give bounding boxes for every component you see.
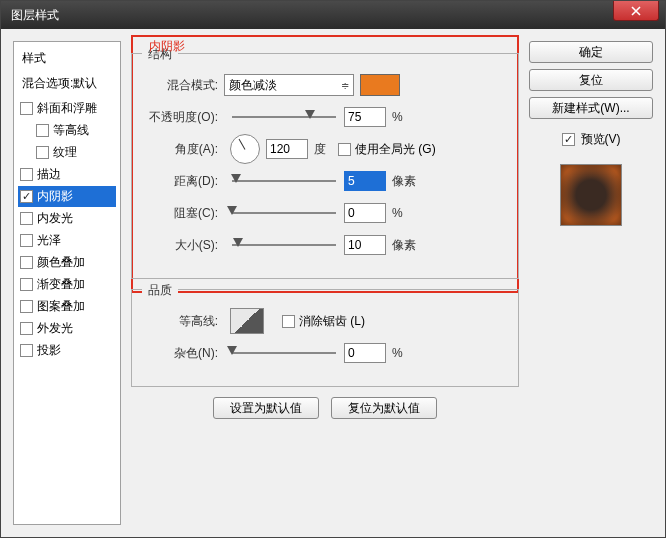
- checkbox-icon: [36, 146, 49, 159]
- sidebar-item-7[interactable]: 颜色叠加: [18, 252, 116, 273]
- styles-sidebar: 样式 混合选项:默认 斜面和浮雕等高线纹理描边内阴影内发光光泽颜色叠加渐变叠加图…: [13, 41, 121, 525]
- sidebar-item-10[interactable]: 外发光: [18, 318, 116, 339]
- titlebar: 图层样式: [1, 1, 665, 29]
- cancel-button[interactable]: 复位: [529, 69, 653, 91]
- opacity-label: 不透明度(O):: [142, 109, 224, 126]
- sidebar-blend-options[interactable]: 混合选项:默认: [18, 73, 116, 98]
- contour-picker[interactable]: [230, 308, 264, 334]
- choke-label: 阻塞(C):: [142, 205, 224, 222]
- sidebar-item-5[interactable]: 内发光: [18, 208, 116, 229]
- quality-legend: 品质: [142, 282, 178, 299]
- sidebar-item-8[interactable]: 渐变叠加: [18, 274, 116, 295]
- contour-label: 等高线:: [142, 313, 224, 330]
- sidebar-item-9[interactable]: 图案叠加: [18, 296, 116, 317]
- distance-unit: 像素: [392, 173, 416, 190]
- choke-unit: %: [392, 206, 403, 220]
- close-icon: [631, 6, 641, 16]
- choke-slider[interactable]: [232, 204, 336, 222]
- quality-fieldset: 品质 等高线: 消除锯齿 (L) 杂色(N): %: [131, 289, 519, 387]
- sidebar-item-label: 描边: [37, 166, 61, 183]
- angle-label: 角度(A):: [142, 141, 224, 158]
- layer-style-dialog: 图层样式 样式 混合选项:默认 斜面和浮雕等高线纹理描边内阴影内发光光泽颜色叠加…: [0, 0, 666, 538]
- sidebar-item-label: 外发光: [37, 320, 73, 337]
- blend-mode-select[interactable]: 颜色减淡 ≑: [224, 74, 354, 96]
- sidebar-item-6[interactable]: 光泽: [18, 230, 116, 251]
- new-style-button[interactable]: 新建样式(W)...: [529, 97, 653, 119]
- checkbox-icon: [338, 143, 351, 156]
- checkbox-icon: [562, 133, 575, 146]
- global-light-checkbox[interactable]: 使用全局光 (G): [338, 141, 436, 158]
- angle-input[interactable]: [266, 139, 308, 159]
- close-button[interactable]: [613, 1, 659, 21]
- opacity-input[interactable]: [344, 107, 386, 127]
- preview-thumbnail: [560, 164, 622, 226]
- size-input[interactable]: [344, 235, 386, 255]
- sidebar-item-2[interactable]: 纹理: [18, 142, 116, 163]
- right-column: 确定 复位 新建样式(W)... 预览(V): [529, 41, 653, 525]
- sidebar-item-label: 内发光: [37, 210, 73, 227]
- make-default-button[interactable]: 设置为默认值: [213, 397, 319, 419]
- checkbox-icon: [20, 300, 33, 313]
- choke-input[interactable]: [344, 203, 386, 223]
- sidebar-item-11[interactable]: 投影: [18, 340, 116, 361]
- checkbox-icon: [20, 168, 33, 181]
- size-unit: 像素: [392, 237, 416, 254]
- noise-slider[interactable]: [232, 344, 336, 362]
- sidebar-item-label: 颜色叠加: [37, 254, 85, 271]
- sidebar-item-3[interactable]: 描边: [18, 164, 116, 185]
- sidebar-item-label: 斜面和浮雕: [37, 100, 97, 117]
- noise-label: 杂色(N):: [142, 345, 224, 362]
- blend-mode-label: 混合模式:: [142, 77, 224, 94]
- distance-input[interactable]: [344, 171, 386, 191]
- opacity-unit: %: [392, 110, 403, 124]
- checkbox-icon: [20, 278, 33, 291]
- sidebar-item-label: 图案叠加: [37, 298, 85, 315]
- sidebar-item-0[interactable]: 斜面和浮雕: [18, 98, 116, 119]
- panel-title: 内阴影: [149, 38, 185, 55]
- checkbox-icon: [20, 212, 33, 225]
- checkbox-icon: [36, 124, 49, 137]
- checkbox-icon: [282, 315, 295, 328]
- size-slider[interactable]: [232, 236, 336, 254]
- noise-unit: %: [392, 346, 403, 360]
- sidebar-item-1[interactable]: 等高线: [18, 120, 116, 141]
- ok-button[interactable]: 确定: [529, 41, 653, 63]
- structure-fieldset: 结构 混合模式: 颜色减淡 ≑ 不透明度(O): % 角度(A):: [131, 53, 519, 279]
- reset-default-button[interactable]: 复位为默认值: [331, 397, 437, 419]
- chevron-down-icon: ≑: [341, 80, 349, 91]
- sidebar-item-label: 渐变叠加: [37, 276, 85, 293]
- color-swatch[interactable]: [360, 74, 400, 96]
- sidebar-header: 样式: [18, 46, 116, 73]
- sidebar-item-4[interactable]: 内阴影: [18, 186, 116, 207]
- sidebar-item-label: 光泽: [37, 232, 61, 249]
- size-label: 大小(S):: [142, 237, 224, 254]
- distance-slider[interactable]: [232, 172, 336, 190]
- window-title: 图层样式: [11, 7, 59, 24]
- checkbox-icon: [20, 322, 33, 335]
- checkbox-icon: [20, 102, 33, 115]
- checkbox-icon: [20, 234, 33, 247]
- sidebar-item-label: 内阴影: [37, 188, 73, 205]
- sidebar-item-label: 纹理: [53, 144, 77, 161]
- noise-input[interactable]: [344, 343, 386, 363]
- distance-label: 距离(D):: [142, 173, 224, 190]
- angle-unit: 度: [314, 141, 326, 158]
- main-panel: 内阴影 结构 混合模式: 颜色减淡 ≑ 不透明度(O): %: [131, 41, 519, 525]
- sidebar-item-label: 投影: [37, 342, 61, 359]
- checkbox-icon: [20, 256, 33, 269]
- opacity-slider[interactable]: [232, 108, 336, 126]
- preview-checkbox[interactable]: 预览(V): [529, 131, 653, 148]
- sidebar-item-label: 等高线: [53, 122, 89, 139]
- checkbox-icon: [20, 344, 33, 357]
- antialias-checkbox[interactable]: 消除锯齿 (L): [282, 313, 365, 330]
- angle-dial[interactable]: [230, 134, 260, 164]
- checkbox-icon: [20, 190, 33, 203]
